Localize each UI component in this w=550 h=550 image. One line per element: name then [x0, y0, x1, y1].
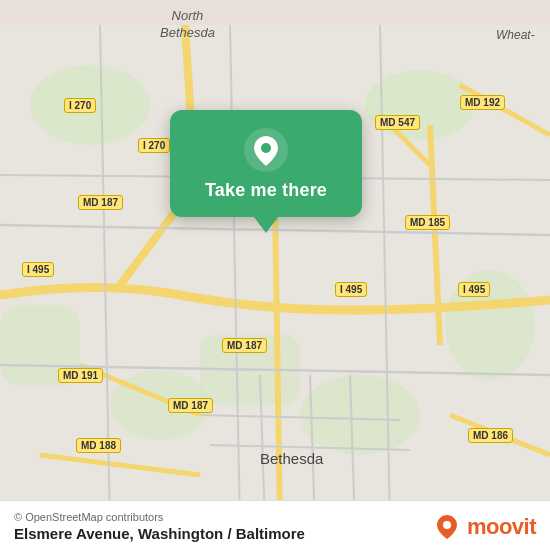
bottom-bar: © OpenStreetMap contributors Elsmere Ave… — [0, 500, 550, 550]
city-label-north-bethesda: NorthBethesda — [160, 8, 215, 42]
svg-point-30 — [443, 521, 451, 529]
road-label-md187-left: MD 187 — [78, 195, 123, 210]
road-label-md192: MD 192 — [460, 95, 505, 110]
road-label-i270-top: I 270 — [64, 98, 96, 113]
take-me-there-button[interactable]: Take me there — [170, 110, 362, 217]
svg-point-5 — [300, 375, 420, 455]
city-label-wheaton: Wheat- — [496, 28, 535, 42]
road-label-i495-left: I 495 — [22, 262, 54, 277]
road-label-i495-right: I 495 — [458, 282, 490, 297]
popup-label: Take me there — [205, 180, 327, 201]
road-label-md187-bot: MD 187 — [168, 398, 213, 413]
road-label-md187-top: MD 187 — [222, 338, 267, 353]
city-label-bethesda: Bethesda — [260, 450, 323, 467]
road-label-md191: MD 191 — [58, 368, 103, 383]
road-label-i495-mid: I 495 — [335, 282, 367, 297]
road-label-md188: MD 188 — [76, 438, 121, 453]
road-label-md185: MD 185 — [405, 215, 450, 230]
moovit-text: moovit — [467, 514, 536, 540]
bottom-left: © OpenStreetMap contributors Elsmere Ave… — [14, 511, 305, 542]
moovit-logo: moovit — [433, 513, 536, 541]
moovit-pin-icon — [433, 513, 461, 541]
map-container: I 270 I 270 MD 547 MD 187 MD 185 MD 192 … — [0, 0, 550, 550]
map-background — [0, 0, 550, 550]
road-label-md186: MD 186 — [468, 428, 513, 443]
road-label-md547: MD 547 — [375, 115, 420, 130]
road-label-i270-mid: I 270 — [138, 138, 170, 153]
copyright-text: © OpenStreetMap contributors — [14, 511, 305, 523]
location-text: Elsmere Avenue, Washington / Baltimore — [14, 525, 305, 542]
svg-point-29 — [261, 143, 271, 153]
location-pin-icon — [244, 128, 288, 172]
